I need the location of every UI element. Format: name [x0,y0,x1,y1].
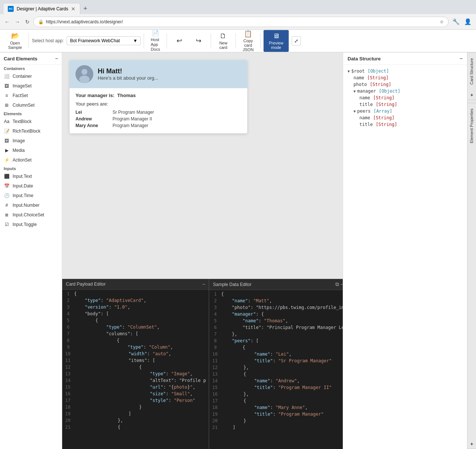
line-number: 18 [65,405,75,411]
line-number: 12 [65,365,75,371]
sidebar-item-media[interactable]: ▶ Media [0,146,62,155]
nav-bar: ← → ↻ 🔒 https://vnext.adaptivecards.io/d… [0,14,476,30]
card-preview[interactable]: Hi Matt! Here's a bit about your org... … [70,60,247,133]
code-text: { [222,372,343,378]
active-tab[interactable]: AC Designer | Adaptive Cards ✕ [3,3,80,14]
copy-icon: 📋 [244,30,252,38]
sidebar-item-input-date[interactable]: 📅 Input.Date [0,181,62,191]
card-structure-expand-btn[interactable]: + [467,90,476,100]
code-text: { [221,345,343,352]
sidebar-item-input-text[interactable]: ⬛ Input.Text [0,172,62,181]
sidebar-item-input-choiceset[interactable]: ≣ Input.ChoiceSet [0,210,62,220]
sidebar-item-textblock[interactable]: Aa TextBlock [0,117,62,126]
sidebar-item-imageset[interactable]: 🖼 ImageSet [0,81,62,91]
ds-manager-chevron[interactable]: ▼ [353,89,356,93]
preview-mode-btn[interactable]: 🖥 Preview mode [264,30,288,52]
forward-btn[interactable]: → [13,17,21,26]
ds-peers-title-type: [String] [376,122,397,127]
lock-icon: 🔒 [38,19,44,24]
code-text: "style": "Person" [75,398,206,405]
line-number: 16 [212,392,222,398]
code-text: "type": "Image", [75,371,206,378]
preview-mode-label: Preview mode [269,41,283,50]
dropdown-chevron-icon: ▼ [133,38,137,43]
line-number: 6 [65,325,74,331]
card-payload-content[interactable]: 1{2 "type": "AdaptiveCard",3 "version": … [62,290,209,449]
sidebar-item-container[interactable]: ⬜ Container [0,71,62,81]
host-app-value: Bot Framework WebChat [70,38,120,43]
sidebar-item-input-time[interactable]: 🕐 Input.Time [0,191,62,200]
undo-btn[interactable]: ↩ [170,35,188,46]
code-text: "title": "Principal Program Manager Le [221,325,343,332]
preview-icon: 🖥 [273,32,279,40]
sidebar-item-input-toggle[interactable]: ☑ Input.Toggle [0,220,62,229]
code-text: "title": "Sr Program Manager" [222,358,343,365]
code-line: 19 ] [62,411,209,418]
ds-peers-name-label: name [359,115,370,120]
sidebar-item-richtextblock[interactable]: 📝 RichTextBlock [0,126,62,136]
copy-card-json-btn[interactable]: 📋 Copy card JSON [239,28,257,53]
sidebar-item-columnset[interactable]: ⊞ ColumnSet [0,100,62,110]
code-line: 2 "name": "Matt", [209,298,343,305]
code-text: { [74,338,206,345]
tab-close-btn[interactable]: ✕ [71,6,76,12]
peers-table: Lei Sr Program Manager Andrew Program Ma… [76,109,241,129]
card-structure-tab[interactable]: Card Structure [467,53,476,90]
new-card-btn[interactable]: 🗋 New card [214,31,232,51]
refresh-btn[interactable]: ↻ [24,17,31,26]
code-text: "peers": [ [221,338,343,345]
line-number: 15 [65,385,75,391]
manager-text: Your manager is: [76,93,114,98]
url-text: https://vnext.adaptivecards.io/designer/ [46,19,438,24]
sidebar-item-input-number[interactable]: # Input.Number [0,200,62,210]
card-header-text: Hi Matt! Here's a bit about your org... [98,67,158,81]
element-properties-tab[interactable]: Element Properties [467,103,476,149]
payload-minimize-btn[interactable]: − [202,281,205,287]
copy-card-label: Copy card JSON [243,39,254,52]
code-line: 10 "name": "Lei", [209,352,343,358]
peer-2-title: Program Manager II [113,116,152,122]
toolbar-divider-5 [235,33,236,48]
code-text: "version": "1.0", [74,305,206,311]
sidebar-collapse-btn[interactable]: − [55,56,58,61]
host-docs-btn[interactable]: 📄 HostAppDocs [147,28,164,54]
canvas-area: Hi Matt! Here's a bit about your org... … [62,53,343,449]
open-sample-btn[interactable]: 📂 Open Sample [4,30,26,51]
line-number: 17 [65,398,75,405]
host-app-dropdown[interactable]: Bot Framework WebChat ▼ [67,36,141,45]
sidebar-item-factset[interactable]: ≡ FactSet [0,91,62,100]
input-date-label: Input.Date [13,183,33,189]
line-number: 12 [212,365,222,372]
address-bar[interactable]: 🔒 https://vnext.adaptivecards.io/designe… [33,17,449,27]
data-structure-collapse-btn[interactable]: − [460,56,463,61]
host-app-label: Select host app: [32,38,64,43]
code-line: 7 }, [209,332,343,338]
redo-btn[interactable]: ↪ [189,35,208,46]
card-payload-title: Card Payload Editor [66,282,105,287]
sidebar-item-actionset[interactable]: ⚡ ActionSet [0,155,62,165]
code-line: 20 }, [62,418,209,425]
sample-data-copy-btn[interactable]: ⧉ [335,281,339,287]
peer-row-2: Andrew Program Manager II [76,116,241,122]
actionset-label: ActionSet [13,157,31,163]
profile-btn[interactable]: 👤 [463,17,473,26]
extensions-btn[interactable]: 🔧 [451,17,461,26]
ds-peers-node: ▼ peers [Array] [352,108,464,114]
ds-peers-chevron[interactable]: ▼ [353,109,356,113]
expand-btn[interactable]: ⤢ [292,36,301,46]
sidebar-item-image[interactable]: 🖼 Image [0,136,62,146]
ds-peers-title-label: title [359,122,373,127]
back-btn[interactable]: ← [3,17,11,26]
line-number: 9 [65,345,74,351]
peers-title: Your peers are: [76,101,241,107]
sample-data-editor: Sample Data Editor ⧉ − 1{2 "name": "Matt… [209,279,343,449]
code-line: 16 }, [209,392,343,398]
element-properties-expand-btn[interactable]: + [467,439,476,449]
sample-data-content[interactable]: 1{2 "name": "Matt",3 "photo": "https://p… [209,290,343,449]
ds-root-chevron[interactable]: ▼ [348,69,350,73]
folder-icon: 📂 [11,32,19,40]
new-tab-btn[interactable]: + [83,5,87,13]
ds-peers-label: peers [357,109,371,114]
code-line: 17 "style": "Person" [62,398,209,405]
code-text: { [74,318,206,325]
